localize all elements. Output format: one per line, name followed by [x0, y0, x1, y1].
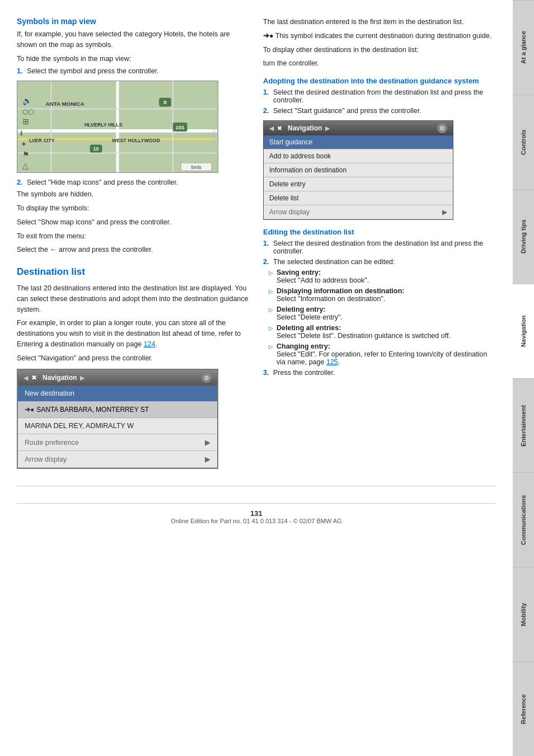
- adopting-nav-left-arrow: ◀: [269, 125, 274, 132]
- last-dest-para: The last destination entered is the firs…: [263, 17, 496, 27]
- footer-text: Online Edition for Part no. 01 41 0 013 …: [17, 518, 496, 524]
- sidebar-tab-at-a-glance[interactable]: At a glance: [513, 0, 534, 95]
- nav-item-arrow-display[interactable]: Arrow display ▶: [264, 205, 453, 219]
- arrow-display-label-bottom: Arrow display: [25, 456, 67, 463]
- svg-text:⚑: ⚑: [22, 151, 30, 159]
- sidebar-tab-controls[interactable]: Controls: [513, 95, 534, 189]
- bullet-triangle-del-all: ▷: [269, 325, 273, 340]
- nav-left-arrow: ◀: [24, 374, 28, 382]
- symbols-step2-item: 2. Select "Hide map icons" and press the…: [17, 179, 250, 186]
- nav-item-add-address[interactable]: Add to address book: [264, 149, 453, 163]
- arrow-display-arrow: ▶: [442, 208, 447, 216]
- show-detail: Select "Show map icons" and press the co…: [17, 217, 250, 228]
- settings-icon-adopting[interactable]: ⚙: [437, 123, 447, 133]
- nav-item-delete-list[interactable]: Delete list: [264, 191, 453, 205]
- nav-item-santa-barbara[interactable]: ➔● SANTA BARBARA, MONTERREY ST: [18, 402, 217, 418]
- svg-text:✦: ✦: [21, 140, 27, 148]
- map-svg: 8 101 10 ANTA MONICA HLVERLY HILLS LVER …: [17, 81, 218, 172]
- exit-para: To exit from the menu:: [17, 231, 250, 242]
- step2-num: 2.: [17, 179, 25, 186]
- sidebar-tab-navigation[interactable]: Navigation: [513, 284, 534, 378]
- footer: 131 Online Edition for Part no. 01 41 0 …: [17, 503, 496, 524]
- sidebar-tab-communications[interactable]: Communications: [513, 472, 534, 567]
- bullet-changing-text: Select "Edit". For operation, refer to E…: [277, 350, 487, 366]
- nav-item-info-dest[interactable]: Information on destination: [264, 163, 453, 177]
- left-column: Symbols in map view If, for example, you…: [17, 17, 250, 475]
- nav-item-start-guidance[interactable]: Start guidance: [264, 135, 453, 149]
- svg-text:HLVERLY HILLS: HLVERLY HILLS: [85, 122, 123, 128]
- symbols-step2-text: Select "Hide map icons" and press the co…: [27, 179, 178, 186]
- bullet-del-entry-heading: Deleting entry:: [277, 306, 326, 313]
- editing-step3-item: 3. Press the controller.: [263, 369, 496, 377]
- step1-num: 1.: [17, 67, 25, 75]
- arrow-display-arrow-bottom: ▶: [205, 455, 210, 463]
- dest-santa-barbara-label: SANTA BARBARA, MONTERREY ST: [36, 406, 149, 414]
- nav-item-route-pref[interactable]: Route preference ▶: [18, 434, 217, 451]
- adopting-nav-right-arrow: ▶: [325, 125, 330, 132]
- bullet-deleting-all: ▷ Deleting all entries: Select "Delete l…: [263, 324, 496, 340]
- nav-item-new-destination[interactable]: New destination: [18, 386, 217, 402]
- svg-text:LVER CITY: LVER CITY: [29, 138, 55, 143]
- symbol-desc: ➔● This symbol indicates the current des…: [263, 31, 496, 41]
- bullet-del-all-text: Select "Delete list". Destination guidan…: [277, 332, 451, 340]
- bullet-displaying-text: Select "Information on destination".: [277, 295, 385, 303]
- bullet-saving-text: Select "Add to address book".: [277, 276, 369, 284]
- svg-text:⊞: ⊞: [22, 117, 29, 126]
- svg-text:ℹ: ℹ: [20, 129, 23, 137]
- map-image: 8 101 10 ANTA MONICA HLVERLY HILLS LVER …: [17, 81, 218, 173]
- adopting-step2-text: Select "Start guidance" and press the co…: [273, 107, 421, 115]
- editing-step1-item: 1. Select the desired destination from t…: [263, 240, 496, 255]
- svg-text:WEST HOLLYWOOD: WEST HOLLYWOOD: [112, 138, 161, 143]
- bullet-saving-content: Saving entry: Select "Add to address boo…: [277, 269, 496, 284]
- page-link-124[interactable]: 124: [144, 340, 156, 348]
- editing-step3-num: 3.: [263, 369, 271, 377]
- adopting-nav-icon: ✖: [277, 125, 282, 132]
- sidebar-tab-mobility[interactable]: Mobility: [513, 567, 534, 661]
- bullet-displaying-content: Displaying information on destination: S…: [277, 287, 496, 303]
- route-pref-label: Route preference: [25, 439, 79, 447]
- turn-controller: turn the controller.: [263, 58, 496, 69]
- editing-step2-text: The selected destination can be edited:: [273, 258, 395, 266]
- nav-header-label-bottom: Navigation: [43, 374, 77, 382]
- sidebar-tab-driving-tips[interactable]: Driving tips: [513, 189, 534, 284]
- bullet-triangle-displaying: ▷: [269, 288, 273, 303]
- editing-step1-text: Select the desired destination from the …: [273, 240, 496, 255]
- svg-text:△: △: [22, 161, 29, 170]
- route-pref-arrow: ▶: [205, 438, 210, 447]
- nav-item-arrow-display-bottom[interactable]: Arrow display ▶: [18, 451, 217, 468]
- svg-text:⬡⬡: ⬡⬡: [22, 109, 34, 116]
- right-column: The last destination entered is the firs…: [263, 17, 496, 475]
- nav-item-marina[interactable]: MARINA DEL REY, ADMIRALTY W: [18, 418, 217, 434]
- dest-para1: The last 20 destinations entered into th…: [17, 283, 250, 314]
- show-para: To display the symbols:: [17, 203, 250, 214]
- bullet-triangle-del-entry: ▷: [269, 307, 273, 321]
- bullet-triangle-changing: ▷: [269, 344, 273, 366]
- adopting-nav-header: ◀ ✖ Navigation ▶ ⚙: [264, 121, 453, 135]
- symbols-heading: Symbols in map view: [17, 17, 250, 26]
- bullet-del-entry-text: Select "Delete entry".: [277, 313, 343, 321]
- adopting-step1-text: Select the desired destination from the …: [273, 88, 496, 104]
- bullet-saving-heading: Saving entry:: [277, 269, 321, 276]
- symbols-para2: To hide the symbols in the map view:: [17, 54, 250, 64]
- svg-text:ANTA MONICA: ANTA MONICA: [46, 101, 85, 107]
- sidebar-tab-reference[interactable]: Reference: [513, 661, 534, 756]
- adopting-step1-item: 1. Select the desired destination from t…: [263, 88, 496, 104]
- sidebar-tab-entertainment[interactable]: Entertainment: [513, 378, 534, 473]
- editing-step2-item: 2. The selected destination can be edite…: [263, 258, 496, 266]
- adopting-step2-num: 2.: [263, 107, 271, 115]
- nav-menu-header-bottom: ◀ ✖ Navigation ▶ ⚙: [18, 370, 217, 386]
- editing-step2-num: 2.: [263, 258, 271, 266]
- bullet-changing: ▷ Changing entry: Select "Edit". For ope…: [263, 342, 496, 366]
- symbols-para1: If, for example, you have selected the c…: [17, 29, 250, 50]
- editing-step1-num: 1.: [263, 240, 271, 255]
- settings-icon-bottom[interactable]: ⚙: [202, 373, 212, 383]
- bullet-del-all-heading: Deleting all entries:: [277, 324, 341, 332]
- symbols-step1-text: Select the symbol and press the controll…: [27, 67, 159, 75]
- adopting-heading: Adopting the destination into the destin…: [263, 77, 496, 85]
- adopting-nav-menu: ◀ ✖ Navigation ▶ ⚙ Start guidance Add to…: [263, 120, 453, 220]
- nav-item-delete-entry[interactable]: Delete entry: [264, 177, 453, 191]
- bullet-displaying-heading: Displaying information on destination:: [277, 287, 404, 295]
- page-link-125[interactable]: 125: [326, 358, 338, 366]
- adopting-step2-item: 2. Select "Start guidance" and press the…: [263, 107, 496, 115]
- editing-step3-text: Press the controller.: [273, 369, 335, 377]
